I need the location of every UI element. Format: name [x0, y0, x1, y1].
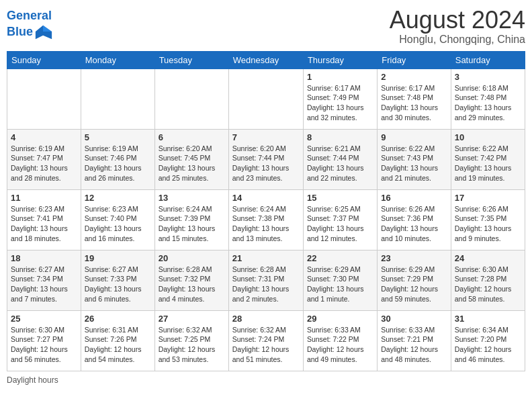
svg-marker-1 [43, 26, 52, 32]
day-number: 11 [11, 193, 77, 203]
day-number: 26 [85, 314, 151, 324]
day-number: 17 [455, 193, 521, 203]
calendar-cell: 29Sunrise: 6:33 AMSunset: 7:22 PMDayligh… [303, 310, 377, 371]
day-info: Sunrise: 6:32 AMSunset: 7:24 PMDaylight:… [232, 325, 300, 365]
day-number: 12 [85, 193, 151, 203]
calendar-cell: 7Sunrise: 6:20 AMSunset: 7:44 PMDaylight… [228, 129, 303, 189]
calendar-cell: 9Sunrise: 6:22 AMSunset: 7:43 PMDaylight… [378, 129, 451, 189]
calendar-cell: 13Sunrise: 6:24 AMSunset: 7:39 PMDayligh… [154, 189, 228, 250]
day-number: 9 [381, 132, 447, 142]
calendar-cell: 5Sunrise: 6:19 AMSunset: 7:46 PMDaylight… [81, 129, 154, 189]
title-area: August 2024 Honglu, Chongqing, China [390, 7, 525, 46]
day-number: 14 [232, 193, 300, 203]
day-info: Sunrise: 6:23 AMSunset: 7:40 PMDaylight:… [85, 204, 151, 244]
calendar-week-5: 25Sunrise: 6:30 AMSunset: 7:27 PMDayligh… [7, 310, 525, 371]
logo: General Blue [7, 9, 53, 42]
calendar-cell: 21Sunrise: 6:28 AMSunset: 7:31 PMDayligh… [228, 250, 303, 310]
main-title: August 2024 [390, 7, 525, 34]
weekday-header-tuesday: Tuesday [154, 51, 228, 68]
day-number: 22 [307, 253, 373, 263]
calendar-cell [228, 68, 303, 129]
day-info: Sunrise: 6:27 AMSunset: 7:33 PMDaylight:… [85, 265, 151, 304]
logo-text: General [7, 9, 53, 23]
day-info: Sunrise: 6:24 AMSunset: 7:38 PMDaylight:… [232, 204, 300, 244]
day-info: Sunrise: 6:27 AMSunset: 7:34 PMDaylight:… [11, 265, 77, 304]
weekday-header-saturday: Saturday [451, 51, 525, 68]
calendar-cell [7, 68, 81, 129]
day-info: Sunrise: 6:21 AMSunset: 7:44 PMDaylight:… [307, 144, 373, 183]
day-number: 6 [159, 132, 225, 142]
calendar-cell: 12Sunrise: 6:23 AMSunset: 7:40 PMDayligh… [81, 189, 154, 250]
day-info: Sunrise: 6:28 AMSunset: 7:31 PMDaylight:… [232, 265, 300, 304]
day-info: Sunrise: 6:17 AMSunset: 7:48 PMDaylight:… [381, 83, 447, 123]
calendar-cell [154, 68, 228, 129]
day-info: Sunrise: 6:19 AMSunset: 7:46 PMDaylight:… [85, 144, 151, 183]
calendar-cell: 14Sunrise: 6:24 AMSunset: 7:38 PMDayligh… [228, 189, 303, 250]
day-number: 20 [159, 253, 225, 263]
day-info: Sunrise: 6:28 AMSunset: 7:32 PMDaylight:… [159, 265, 225, 304]
calendar-cell: 26Sunrise: 6:31 AMSunset: 7:26 PMDayligh… [81, 310, 154, 371]
calendar-cell: 10Sunrise: 6:22 AMSunset: 7:42 PMDayligh… [451, 129, 525, 189]
day-info: Sunrise: 6:26 AMSunset: 7:36 PMDaylight:… [381, 204, 447, 244]
calendar-cell: 22Sunrise: 6:29 AMSunset: 7:30 PMDayligh… [303, 250, 377, 310]
calendar-header-row: SundayMondayTuesdayWednesdayThursdayFrid… [7, 51, 525, 68]
weekday-header-friday: Friday [378, 51, 451, 68]
day-number: 31 [455, 314, 521, 324]
calendar-cell: 11Sunrise: 6:23 AMSunset: 7:41 PMDayligh… [7, 189, 81, 250]
day-info: Sunrise: 6:20 AMSunset: 7:44 PMDaylight:… [232, 144, 300, 183]
day-number: 1 [307, 72, 373, 82]
day-number: 8 [307, 132, 373, 142]
day-info: Sunrise: 6:29 AMSunset: 7:29 PMDaylight:… [381, 265, 447, 304]
day-number: 16 [381, 193, 447, 203]
calendar-cell: 30Sunrise: 6:33 AMSunset: 7:21 PMDayligh… [378, 310, 451, 371]
day-info: Sunrise: 6:22 AMSunset: 7:42 PMDaylight:… [455, 144, 521, 183]
calendar-cell: 23Sunrise: 6:29 AMSunset: 7:29 PMDayligh… [378, 250, 451, 310]
day-number: 15 [307, 193, 373, 203]
day-info: Sunrise: 6:26 AMSunset: 7:35 PMDaylight:… [455, 204, 521, 244]
calendar-cell [81, 68, 154, 129]
day-info: Sunrise: 6:30 AMSunset: 7:28 PMDaylight:… [455, 265, 521, 304]
calendar-cell: 18Sunrise: 6:27 AMSunset: 7:34 PMDayligh… [7, 250, 81, 310]
calendar-cell: 1Sunrise: 6:17 AMSunset: 7:49 PMDaylight… [303, 68, 377, 129]
weekday-header-monday: Monday [81, 51, 154, 68]
day-info: Sunrise: 6:34 AMSunset: 7:20 PMDaylight:… [455, 325, 521, 365]
day-number: 21 [232, 253, 300, 263]
day-info: Sunrise: 6:31 AMSunset: 7:26 PMDaylight:… [85, 325, 151, 365]
day-number: 23 [381, 253, 447, 263]
day-number: 3 [455, 72, 521, 82]
calendar-cell: 3Sunrise: 6:18 AMSunset: 7:48 PMDaylight… [451, 68, 525, 129]
day-number: 2 [381, 72, 447, 82]
daylight-hours-label: Daylight hours [7, 375, 58, 385]
day-info: Sunrise: 6:20 AMSunset: 7:45 PMDaylight:… [159, 144, 225, 183]
day-info: Sunrise: 6:33 AMSunset: 7:21 PMDaylight:… [381, 325, 447, 365]
header: General Blue August 2024 Honglu, Chongqi… [7, 7, 525, 46]
day-info: Sunrise: 6:22 AMSunset: 7:43 PMDaylight:… [381, 144, 447, 183]
calendar-cell: 28Sunrise: 6:32 AMSunset: 7:24 PMDayligh… [228, 310, 303, 371]
calendar-week-1: 1Sunrise: 6:17 AMSunset: 7:49 PMDaylight… [7, 68, 525, 129]
day-number: 29 [307, 314, 373, 324]
day-info: Sunrise: 6:24 AMSunset: 7:39 PMDaylight:… [159, 204, 225, 244]
calendar-cell: 4Sunrise: 6:19 AMSunset: 7:47 PMDaylight… [7, 129, 81, 189]
day-number: 30 [381, 314, 447, 324]
weekday-header-sunday: Sunday [7, 51, 81, 68]
calendar-week-3: 11Sunrise: 6:23 AMSunset: 7:41 PMDayligh… [7, 189, 525, 250]
day-info: Sunrise: 6:18 AMSunset: 7:48 PMDaylight:… [455, 83, 521, 123]
logo-icon [34, 23, 53, 42]
day-info: Sunrise: 6:23 AMSunset: 7:41 PMDaylight:… [11, 204, 77, 244]
day-number: 19 [85, 253, 151, 263]
day-number: 18 [11, 253, 77, 263]
day-number: 28 [232, 314, 300, 324]
day-info: Sunrise: 6:30 AMSunset: 7:27 PMDaylight:… [11, 325, 77, 365]
day-number: 7 [232, 132, 300, 142]
calendar-cell: 6Sunrise: 6:20 AMSunset: 7:45 PMDaylight… [154, 129, 228, 189]
day-number: 13 [159, 193, 225, 203]
calendar-cell: 19Sunrise: 6:27 AMSunset: 7:33 PMDayligh… [81, 250, 154, 310]
day-info: Sunrise: 6:17 AMSunset: 7:49 PMDaylight:… [307, 83, 373, 123]
calendar-week-4: 18Sunrise: 6:27 AMSunset: 7:34 PMDayligh… [7, 250, 525, 310]
day-info: Sunrise: 6:33 AMSunset: 7:22 PMDaylight:… [307, 325, 373, 365]
calendar-cell: 24Sunrise: 6:30 AMSunset: 7:28 PMDayligh… [451, 250, 525, 310]
calendar-cell: 27Sunrise: 6:32 AMSunset: 7:25 PMDayligh… [154, 310, 228, 371]
footer: Daylight hours [7, 375, 525, 385]
calendar-cell: 20Sunrise: 6:28 AMSunset: 7:32 PMDayligh… [154, 250, 228, 310]
day-info: Sunrise: 6:32 AMSunset: 7:25 PMDaylight:… [159, 325, 225, 365]
